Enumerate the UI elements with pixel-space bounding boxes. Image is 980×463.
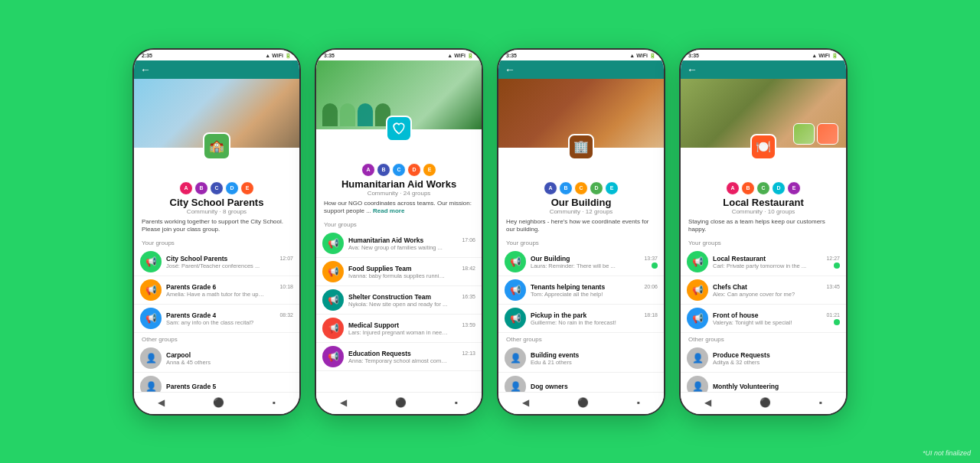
community-desc-1: Parents working together to support the … (134, 218, 299, 237)
read-more-2[interactable]: Read more (373, 207, 404, 214)
chat-item-2-5[interactable]: 📢 Education Requests 12:13 Anna: Tempora… (316, 343, 482, 371)
chat-item-1-4[interactable]: 👤 Carpool Anna & 45 others (134, 344, 299, 373)
avatars-row-3: A B C D E (498, 181, 664, 195)
nav-home-2[interactable]: ⚫ (395, 397, 407, 408)
chat-preview-2-5: Anna: Temporary school almost comp... (348, 357, 448, 364)
photo-thumb-4-1 (793, 123, 815, 145)
chat-preview-1-2: Amelia: Have a math tutor for the upco..… (166, 291, 266, 298)
nav-home-1[interactable]: ⚫ (213, 397, 224, 408)
chat-name-1-2: Parents Grade 6 (166, 283, 216, 291)
chat-content-3-2: Tenants helping tenants 20:06 Tom: Appre… (531, 283, 658, 298)
avatar-4-2: B (741, 181, 755, 195)
chat-content-2-1: Humanitarian Aid Works 17:06 Ava: New gr… (348, 236, 475, 251)
chat-preview-2-2: Ivanna: baby formula supplies running ..… (348, 272, 448, 279)
hero-2 (316, 60, 482, 129)
chat-avatar-4-5: 👤 (687, 376, 708, 391)
chat-content-4-5: Monthly Volunteering (713, 383, 840, 390)
chat-time-2-5: 12:13 (462, 351, 475, 356)
chat-name-4-4: Produce Requests (713, 351, 770, 359)
nav-recent-3[interactable]: ▪ (636, 397, 639, 408)
back-arrow-1[interactable]: ← (140, 64, 151, 76)
avatar-3-2: B (559, 181, 573, 195)
phone-our-building: 3:35 ▲WiFi🔋 ← 🏢 A B C D E Our Building C… (497, 48, 665, 416)
chat-avatar-4-4: 👤 (687, 347, 708, 369)
chat-item-4-4[interactable]: 👤 Produce Requests Aditya & 32 others (681, 344, 846, 373)
chat-item-4-3[interactable]: 📢 Front of house 01:21 Valerya: Tonight … (681, 305, 846, 333)
chat-avatar-4-1: 📢 (687, 251, 708, 272)
chat-item-2-3[interactable]: 📢 Shelter Construction Team 16:35 Nykola… (316, 286, 482, 315)
community-icon-1: 🏫 (203, 132, 230, 160)
chat-item-3-5[interactable]: 👤 Dog owners (498, 373, 664, 391)
unread-dot-4-3 (834, 319, 840, 325)
chat-item-4-1[interactable]: 📢 Local Restaurant 12:27 Carl: Private p… (681, 248, 846, 276)
chat-content-1-1: City School Parents 12:07 José: Parent/T… (166, 255, 293, 269)
chat-name-3-4: Building events (531, 351, 579, 359)
status-icons-1: ▲WiFi🔋 (265, 53, 292, 59)
person-2 (340, 103, 355, 126)
chat-item-3-2[interactable]: 📢 Tenants helping tenants 20:06 Tom: App… (498, 276, 664, 305)
chat-item-3-1[interactable]: 📢 Our Building 13:37 Laura: Reminder: Th… (498, 248, 664, 276)
nav-back-1[interactable]: ◀ (158, 397, 165, 408)
chat-item-2-1[interactable]: 📢 Humanitarian Aid Works 17:06 Ava: New … (316, 230, 482, 258)
nav-recent-1[interactable]: ▪ (272, 397, 275, 408)
community-info-3: A B C D E Our Building Community · 12 gr… (498, 165, 664, 237)
chat-avatar-3-1: 📢 (505, 251, 526, 272)
back-arrow-3[interactable]: ← (505, 64, 515, 76)
avatar-4-3: C (756, 181, 770, 195)
chat-item-1-5[interactable]: 👤 Parents Grade 5 (134, 373, 299, 391)
community-icon-2 (386, 116, 412, 142)
chat-item-3-4[interactable]: 👤 Building events Edu & 21 others (498, 344, 664, 373)
nav-recent-2[interactable]: ▪ (454, 397, 457, 408)
phone-city-school: 2:35 ▲WiFi🔋 ← 🏫 A B C D E City School Pa… (132, 48, 301, 416)
avatar-5: E (240, 181, 254, 195)
back-arrow-4[interactable]: ← (687, 64, 697, 76)
nav-back-2[interactable]: ◀ (340, 397, 347, 408)
person-1 (322, 103, 338, 126)
chat-preview-1-3: Sam: any info on the class recital? (166, 319, 253, 326)
chat-content-1-3: Parents Grade 4 08:32 Sam: any info on t… (166, 311, 293, 326)
chat-content-2-2: Food Supplies Team 18:42 Ivanna: baby fo… (348, 265, 475, 279)
chat-name-2-3: Shelter Construction Team (348, 293, 431, 301)
unread-dot-3-1 (652, 262, 658, 269)
chat-item-2-4[interactable]: 📢 Medical Support 13:59 Lars: Injured pr… (316, 315, 482, 343)
chat-avatar-3-2: 📢 (505, 279, 526, 301)
status-icons-4: ▲WiFi🔋 (812, 53, 838, 59)
chat-preview-1-1: José: Parent/Teacher conferences ... (166, 262, 260, 269)
chat-content-4-1: Local Restaurant 12:27 Carl: Private par… (713, 255, 840, 269)
nav-home-4[interactable]: ⚫ (760, 397, 771, 408)
chat-avatar-1-5: 👤 (140, 376, 162, 391)
your-groups-label-1: Your groups (134, 236, 299, 248)
nav-bar-2: ◀ ⚫ ▪ (316, 392, 482, 414)
chat-time-2-4: 13:59 (462, 322, 475, 328)
chat-content-1-2: Parents Grade 6 10:18 Amelia: Have a mat… (166, 283, 293, 298)
hero-1: 🏫 (134, 79, 299, 148)
chat-content-2-4: Medical Support 13:59 Lars: Injured preg… (348, 321, 475, 336)
avatar-4-5: E (787, 181, 801, 195)
nav-back-4[interactable]: ◀ (704, 397, 711, 408)
status-time-1: 2:35 (142, 53, 152, 59)
chat-item-3-3[interactable]: 📢 Pickup in the park 18:18 Guillerme: No… (498, 305, 664, 333)
phone-local-restaurant: 3:35 ▲WiFi🔋 ← 🍽️ A B C D E (679, 48, 848, 416)
nav-home-3[interactable]: ⚫ (577, 397, 589, 408)
phones-container: 2:35 ▲WiFi🔋 ← 🏫 A B C D E City School Pa… (125, 41, 855, 423)
chat-name-3-5: Dog owners (531, 383, 568, 390)
chat-name-3-3: Pickup in the park (531, 311, 586, 319)
nav-recent-4[interactable]: ▪ (818, 397, 822, 408)
community-info-4: A B C D E Local Restaurant Community · 1… (681, 165, 846, 237)
avatar-4: D (225, 181, 239, 195)
chat-item-2-2[interactable]: 📢 Food Supplies Team 18:42 Ivanna: baby … (316, 258, 482, 286)
status-time-4: 3:35 (688, 53, 699, 59)
chat-item-1-2[interactable]: 📢 Parents Grade 6 10:18 Amelia: Have a m… (134, 276, 299, 305)
status-icons-2: ▲WiFi🔋 (447, 53, 474, 59)
community-desc-2: How our NGO coordinates across teams. Ou… (316, 200, 482, 219)
avatars-row-1: A B C D E (134, 181, 299, 195)
chat-item-4-5[interactable]: 👤 Monthly Volunteering (681, 373, 846, 391)
chat-avatar-2-1: 📢 (322, 233, 344, 254)
status-bar-4: 3:35 ▲WiFi🔋 (681, 50, 846, 60)
chat-item-1-3[interactable]: 📢 Parents Grade 4 08:32 Sam: any info on… (134, 305, 299, 333)
chat-time-2-3: 16:35 (462, 294, 475, 299)
chat-item-1-1[interactable]: 📢 City School Parents 12:07 José: Parent… (134, 248, 299, 276)
nav-back-3[interactable]: ◀ (522, 397, 529, 408)
chat-item-4-2[interactable]: 📢 Chefs Chat 13:45 Alex: Can anyone cove… (681, 276, 846, 305)
chat-avatar-3-5: 👤 (505, 376, 526, 391)
